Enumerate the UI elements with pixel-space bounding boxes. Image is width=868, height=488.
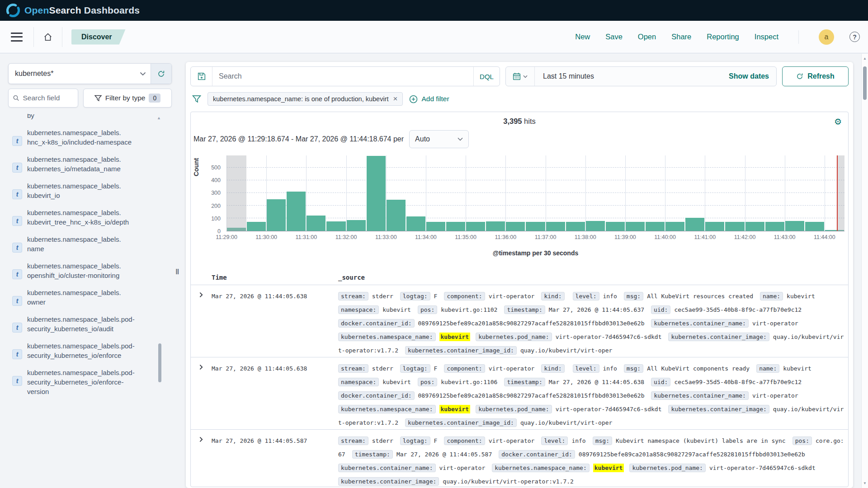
histogram-bar[interactable] xyxy=(705,222,724,231)
scroll-up-icon[interactable]: ▲ xyxy=(862,56,868,61)
scroll-up-icon[interactable]: ▲ xyxy=(157,116,161,120)
field-item[interactable]: tkubernetes.​namespace_​labels.​openshif… xyxy=(12,261,156,280)
histogram-bar[interactable] xyxy=(586,221,605,231)
histogram-bar[interactable] xyxy=(287,192,306,231)
interval-select[interactable]: Auto xyxy=(409,130,469,148)
histogram-bar[interactable] xyxy=(267,199,286,231)
histogram-bar[interactable] xyxy=(446,222,465,231)
field-name: kubernetes.​namespace_​labels.​owner xyxy=(27,288,136,307)
sidebar-scrollbar-thumb[interactable] xyxy=(158,343,161,382)
field-key-badge: timestamp: xyxy=(504,305,545,314)
time-column-header[interactable]: Time xyxy=(212,274,338,281)
opensearch-logo-icon[interactable] xyxy=(6,4,20,17)
histogram-bar[interactable] xyxy=(347,220,366,231)
histogram-bar[interactable] xyxy=(765,222,784,231)
panel-resize-handle[interactable]: ‖ xyxy=(175,267,179,277)
histogram-bar[interactable] xyxy=(387,200,406,231)
expand-row-button[interactable] xyxy=(198,362,212,430)
field-item[interactable]: tkubernetes.​namespace_​labels.​kubernet… xyxy=(12,155,156,174)
field-item[interactable]: tkubernetes.​namespace_​labels.​name xyxy=(12,235,156,253)
field-item[interactable]: tkubernetes.​namespace_​labels.​kubevirt… xyxy=(12,181,156,200)
histogram-bar[interactable] xyxy=(406,216,425,231)
chevron-right-icon xyxy=(198,292,204,298)
histogram-bar[interactable] xyxy=(745,222,764,231)
histogram-bar[interactable] xyxy=(606,222,625,231)
histogram-bar[interactable] xyxy=(326,221,345,231)
histogram-bar[interactable] xyxy=(466,222,485,231)
field-item[interactable]: tkubernetes.​namespace_​labels.​pod-​sec… xyxy=(12,314,156,333)
histogram-bar[interactable] xyxy=(247,222,266,231)
inspect-button[interactable]: Inspect xyxy=(755,33,778,41)
field-item[interactable]: by xyxy=(12,114,156,120)
field-item[interactable]: tkubernetes.​namespace_​labels.​hnc_​x-​… xyxy=(12,128,156,147)
show-dates-button[interactable]: Show dates xyxy=(722,67,776,86)
field-value: kubevirt xyxy=(787,293,815,300)
doc-table-header: Time _source xyxy=(191,271,848,285)
histogram-bar[interactable] xyxy=(426,222,445,231)
histogram-bar[interactable] xyxy=(805,222,824,231)
field-item[interactable]: tkubernetes.​namespace_​labels.​kubevirt… xyxy=(12,208,156,227)
histogram-bar[interactable] xyxy=(367,156,386,231)
field-item[interactable]: tkubernetes.​namespace_​labels.​pod-​sec… xyxy=(12,368,156,396)
field-key-badge: docker.container_id: xyxy=(499,450,575,459)
field-search[interactable] xyxy=(8,89,78,108)
grid-line xyxy=(585,155,586,231)
field-item[interactable]: tkubernetes.​namespace_​labels.​owner xyxy=(12,288,156,307)
help-icon[interactable]: ? xyxy=(849,32,860,42)
doc-timestamp: Mar 27, 2026 @ 11:44:05.638 xyxy=(212,290,338,357)
index-pattern-select[interactable]: kubernetes* xyxy=(8,63,172,84)
histogram-bar[interactable] xyxy=(785,221,804,231)
save-button[interactable]: Save xyxy=(605,33,623,41)
histogram-bar[interactable] xyxy=(646,222,665,231)
open-button[interactable]: Open xyxy=(638,33,656,41)
search-input[interactable] xyxy=(212,67,473,86)
avatar[interactable]: a xyxy=(819,29,834,45)
histogram-bar[interactable] xyxy=(665,222,684,231)
window-scrollbar-thumb[interactable] xyxy=(863,66,867,100)
field-search-input[interactable] xyxy=(23,94,73,102)
calendar-button[interactable] xyxy=(506,67,535,86)
histogram-bar[interactable] xyxy=(506,222,525,231)
reporting-button[interactable]: Reporting xyxy=(707,33,739,41)
field-key-badge: kubernetes.container_image: xyxy=(668,405,769,413)
field-value: quay.io/kubevirt/virt-oper xyxy=(520,419,613,426)
field-value: F xyxy=(434,437,438,444)
histogram-bar[interactable] xyxy=(626,222,645,231)
histogram-bar[interactable] xyxy=(685,218,704,231)
home-icon[interactable] xyxy=(43,32,53,42)
time-range-label[interactable]: Last 15 minutes xyxy=(535,67,594,86)
saved-query-icon[interactable] xyxy=(191,67,212,86)
source-column-header[interactable]: _source xyxy=(338,274,844,281)
histogram-bar[interactable] xyxy=(307,216,326,231)
breadcrumb[interactable]: Discover xyxy=(71,29,126,45)
refresh-index-icon[interactable] xyxy=(151,64,171,84)
expand-row-button[interactable] xyxy=(198,290,212,357)
new-button[interactable]: New xyxy=(575,33,590,41)
share-button[interactable]: Share xyxy=(671,33,691,41)
field-key-badge: component: xyxy=(444,292,485,300)
menu-icon[interactable] xyxy=(11,33,23,42)
field-key-badge: docker.container_id: xyxy=(338,391,415,400)
histogram-bar[interactable] xyxy=(725,222,744,231)
window-scrollbar[interactable]: ▲ ▼ xyxy=(861,54,868,488)
field-item[interactable]: tkubernetes.​namespace_​labels.​pod-​sec… xyxy=(12,341,156,360)
histogram-bar[interactable] xyxy=(546,222,565,231)
sidebar: kubernetes* Filter by type 0 bytkubernet… xyxy=(8,63,172,488)
add-filter-button[interactable]: Add filter xyxy=(409,95,449,103)
grid-line xyxy=(426,155,426,231)
filter-by-type-label: Filter by type xyxy=(105,94,146,102)
x-axis-tick: 11:43:00 xyxy=(774,234,796,240)
filter-pill[interactable]: kubernetes.namespace_name: is one of pro… xyxy=(208,92,403,106)
scroll-down-icon[interactable]: ▼ xyxy=(862,481,868,485)
filter-by-type-button[interactable]: Filter by type 0 xyxy=(83,89,172,108)
histogram-bar[interactable] xyxy=(486,221,505,231)
field-key-badge: kubernetes.container_image: xyxy=(338,477,439,486)
grid-line xyxy=(745,155,745,231)
close-icon[interactable]: × xyxy=(393,94,398,103)
refresh-button[interactable]: Refresh xyxy=(782,66,849,86)
histogram-bar[interactable] xyxy=(566,222,585,231)
gear-icon[interactable]: ⚙ xyxy=(834,117,842,127)
histogram-bar[interactable] xyxy=(526,222,545,231)
dql-button[interactable]: DQL xyxy=(473,67,500,86)
expand-row-button[interactable] xyxy=(198,434,212,487)
